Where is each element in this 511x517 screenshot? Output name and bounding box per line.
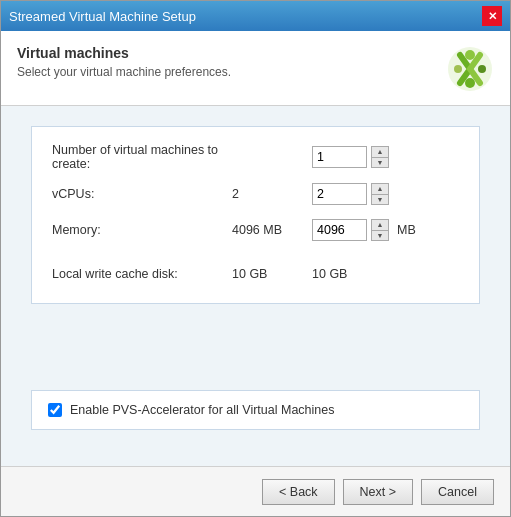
value-memory: 4096 MB: [232, 223, 312, 237]
close-button[interactable]: ✕: [482, 6, 502, 26]
cancel-button[interactable]: Cancel: [421, 479, 494, 505]
svg-point-3: [454, 65, 462, 73]
back-button[interactable]: < Back: [262, 479, 335, 505]
input-memory[interactable]: [312, 219, 367, 241]
value-vcpus: 2: [232, 187, 312, 201]
input-group-memory: ▲ ▼ MB: [312, 219, 416, 241]
section-title: Virtual machines: [17, 45, 231, 61]
form-row-memory: Memory: 4096 MB ▲ ▼ MB: [52, 217, 459, 243]
spinner-up-num-vms[interactable]: ▲: [372, 147, 388, 157]
pvs-accelerator-checkbox[interactable]: [48, 403, 62, 417]
spinner-down-num-vms[interactable]: ▼: [372, 157, 388, 167]
input-group-num-vms: ▲ ▼: [312, 146, 389, 168]
label-num-vms: Number of virtual machines to create:: [52, 143, 232, 171]
spinner-down-memory[interactable]: ▼: [372, 230, 388, 240]
main-window: Streamed Virtual Machine Setup ✕ Virtual…: [0, 0, 511, 517]
spinner-up-vcpus[interactable]: ▲: [372, 184, 388, 194]
form-row-cache: Local write cache disk: 10 GB 10 GB: [52, 261, 459, 287]
label-cache: Local write cache disk:: [52, 267, 232, 281]
value-cache: 10 GB: [232, 267, 312, 281]
next-button[interactable]: Next >: [343, 479, 413, 505]
unit-memory: MB: [397, 223, 416, 237]
spinner-num-vms: ▲ ▼: [371, 146, 389, 168]
pvs-accelerator-label[interactable]: Enable PVS-Accelerator for all Virtual M…: [70, 403, 334, 417]
window-title: Streamed Virtual Machine Setup: [9, 9, 196, 24]
input-group-vcpus: ▲ ▼: [312, 183, 389, 205]
citrix-logo-icon: [446, 45, 494, 93]
form-grid: Number of virtual machines to create: ▲ …: [31, 126, 480, 304]
header-text: Virtual machines Select your virtual mac…: [17, 45, 231, 79]
input-num-vms[interactable]: [312, 146, 367, 168]
svg-point-4: [478, 65, 486, 73]
footer: < Back Next > Cancel: [1, 466, 510, 516]
form-row-vcpus: vCPUs: 2 ▲ ▼: [52, 181, 459, 207]
title-bar: Streamed Virtual Machine Setup ✕: [1, 1, 510, 31]
svg-point-1: [465, 50, 475, 60]
input-cache-display: 10 GB: [312, 267, 392, 281]
header-section: Virtual machines Select your virtual mac…: [1, 31, 510, 106]
form-row-num-vms: Number of virtual machines to create: ▲ …: [52, 143, 459, 171]
checkbox-section: Enable PVS-Accelerator for all Virtual M…: [31, 390, 480, 430]
spinner-down-vcpus[interactable]: ▼: [372, 194, 388, 204]
spinner-vcpus: ▲ ▼: [371, 183, 389, 205]
input-vcpus[interactable]: [312, 183, 367, 205]
label-memory: Memory:: [52, 223, 232, 237]
content-area: Number of virtual machines to create: ▲ …: [1, 106, 510, 466]
section-subtitle: Select your virtual machine preferences.: [17, 65, 231, 79]
spinner-memory: ▲ ▼: [371, 219, 389, 241]
label-vcpus: vCPUs:: [52, 187, 232, 201]
svg-point-2: [465, 78, 475, 88]
spinner-up-memory[interactable]: ▲: [372, 220, 388, 230]
